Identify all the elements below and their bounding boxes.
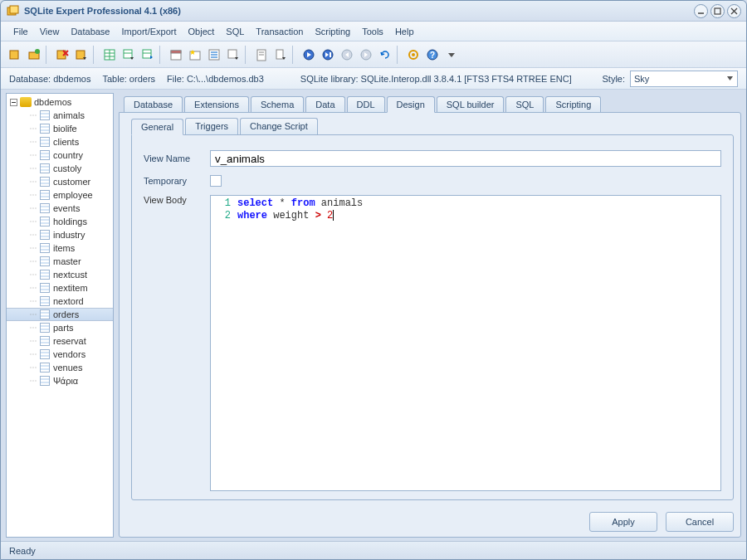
tree-dots-icon bbox=[27, 194, 37, 196]
svg-rect-6 bbox=[10, 51, 18, 59]
tool-help-dropdown-icon[interactable] bbox=[442, 46, 461, 64]
chevron-down-icon bbox=[726, 75, 734, 82]
tree-item-parts[interactable]: parts bbox=[7, 321, 113, 334]
view-name-input[interactable] bbox=[210, 150, 721, 167]
menu-view[interactable]: View bbox=[34, 24, 66, 39]
tool-run-step-icon[interactable] bbox=[319, 46, 337, 64]
tree-item-customer[interactable]: customer bbox=[7, 175, 113, 188]
tree-item-items[interactable]: items bbox=[7, 241, 113, 255]
cancel-button[interactable]: Cancel bbox=[666, 512, 734, 532]
minimize-button[interactable] bbox=[694, 4, 708, 18]
tree-item-master[interactable]: master bbox=[7, 255, 113, 268]
style-dropdown[interactable]: Sky bbox=[630, 71, 738, 87]
tool-star-calendar-icon[interactable] bbox=[186, 46, 204, 64]
subtab-general[interactable]: General bbox=[131, 119, 183, 135]
menu-import-export[interactable]: Import/Export bbox=[115, 24, 182, 39]
tree-dots-icon bbox=[27, 380, 37, 382]
statusbar: Ready bbox=[1, 541, 746, 559]
tree-item-nextord[interactable]: nextord bbox=[7, 295, 113, 308]
design-subtabs: GeneralTriggersChange Script bbox=[120, 113, 740, 134]
tree-item-orders[interactable]: orders bbox=[7, 308, 113, 321]
db-tree[interactable]: dbdemos animalsbiolifeclientscountrycust… bbox=[6, 93, 114, 538]
tree-item-nextcust[interactable]: nextcust bbox=[7, 268, 113, 281]
apply-button[interactable]: Apply bbox=[589, 512, 657, 532]
tree-dots-icon bbox=[27, 247, 37, 249]
tool-table-down-icon[interactable] bbox=[120, 46, 138, 64]
tree-dots-icon bbox=[27, 221, 37, 222]
tool-help-icon[interactable]: ? bbox=[423, 46, 442, 64]
svg-rect-35 bbox=[330, 52, 331, 57]
tool-refresh-icon[interactable] bbox=[376, 46, 394, 64]
tree-item-employee[interactable]: employee bbox=[7, 188, 113, 202]
menu-transaction[interactable]: Transaction bbox=[250, 24, 309, 39]
tab-data[interactable]: Data bbox=[305, 96, 344, 112]
tree-item-reservat[interactable]: reservat bbox=[7, 334, 113, 348]
tree-item-clients[interactable]: clients bbox=[7, 135, 113, 149]
tool-new-db-icon[interactable] bbox=[6, 46, 24, 64]
tab-ddl[interactable]: DDL bbox=[347, 96, 385, 112]
close-button[interactable] bbox=[727, 4, 741, 18]
tool-remove-db-icon[interactable] bbox=[53, 46, 71, 64]
tool-calendar-icon[interactable] bbox=[167, 46, 185, 64]
tab-design[interactable]: Design bbox=[387, 96, 435, 113]
tool-open-db-icon[interactable] bbox=[25, 46, 43, 64]
temporary-label: Temporary bbox=[144, 176, 210, 186]
svg-rect-22 bbox=[171, 51, 181, 53]
tree-dots-icon bbox=[27, 141, 37, 143]
maximize-button[interactable] bbox=[710, 4, 725, 18]
tab-database[interactable]: Database bbox=[124, 96, 183, 112]
tree-collapse-icon[interactable] bbox=[10, 99, 17, 106]
tree-item-country[interactable]: country bbox=[7, 149, 113, 162]
tool-next-icon[interactable] bbox=[357, 46, 375, 64]
tree-item-animals[interactable]: animals bbox=[7, 109, 113, 122]
tool-db-dropdown-icon[interactable] bbox=[72, 46, 90, 64]
tab-sql[interactable]: SQL bbox=[505, 96, 544, 112]
tree-item-Ψάρια[interactable]: Ψάρια bbox=[7, 374, 113, 387]
sql-editor[interactable]: 12 select * from animals where weight > … bbox=[210, 195, 721, 491]
menu-database[interactable]: Database bbox=[65, 24, 115, 39]
menu-help[interactable]: Help bbox=[389, 24, 420, 39]
tree-dots-icon bbox=[27, 207, 37, 209]
tree-dots-icon bbox=[27, 114, 37, 116]
tool-properties-icon[interactable] bbox=[205, 46, 223, 64]
tree-item-label: nextord bbox=[53, 296, 84, 306]
tool-properties-dropdown-icon[interactable] bbox=[224, 46, 242, 64]
tree-item-label: animals bbox=[53, 110, 85, 120]
tree-item-vendors[interactable]: vendors bbox=[7, 348, 113, 361]
tree-item-venues[interactable]: venues bbox=[7, 361, 113, 374]
tool-script-icon[interactable] bbox=[252, 46, 271, 64]
tree-item-label: items bbox=[53, 243, 75, 253]
tree-dots-icon bbox=[27, 353, 37, 355]
tool-gear-icon[interactable] bbox=[404, 46, 422, 64]
subtab-triggers[interactable]: Triggers bbox=[185, 118, 238, 134]
tree-item-nextitem[interactable]: nextitem bbox=[7, 281, 113, 295]
tree-item-label: industry bbox=[53, 230, 85, 240]
menu-object[interactable]: Object bbox=[183, 24, 221, 39]
tab-schema[interactable]: Schema bbox=[251, 96, 304, 112]
temporary-checkbox[interactable] bbox=[210, 175, 222, 187]
tree-item-events[interactable]: events bbox=[7, 202, 113, 215]
table-icon bbox=[40, 376, 50, 386]
tool-table-icon[interactable] bbox=[100, 46, 119, 64]
subtab-change-script[interactable]: Change Script bbox=[240, 118, 318, 134]
tool-run-icon[interactable] bbox=[300, 46, 318, 64]
tree-dots-icon bbox=[27, 168, 37, 169]
code-area[interactable]: select * from animals where weight > 2 bbox=[236, 196, 720, 490]
menu-file[interactable]: File bbox=[7, 24, 34, 39]
menu-scripting[interactable]: Scripting bbox=[309, 24, 356, 39]
menu-tools[interactable]: Tools bbox=[356, 24, 389, 39]
tool-table-right-icon[interactable] bbox=[139, 46, 157, 64]
tree-item-biolife[interactable]: biolife bbox=[7, 122, 113, 135]
tab-extensions[interactable]: Extensions bbox=[184, 96, 249, 112]
tab-sql-builder[interactable]: SQL builder bbox=[437, 96, 505, 112]
tool-prev-icon[interactable] bbox=[338, 46, 356, 64]
toolbar: ? bbox=[1, 41, 746, 68]
menu-sql[interactable]: SQL bbox=[220, 24, 250, 39]
tree-item-label: holdings bbox=[53, 217, 87, 226]
tree-item-holdings[interactable]: holdings bbox=[7, 215, 113, 228]
tree-root[interactable]: dbdemos bbox=[7, 95, 113, 109]
tree-item-industry[interactable]: industry bbox=[7, 228, 113, 241]
tree-item-custoly[interactable]: custoly bbox=[7, 162, 113, 175]
tool-script-dropdown-icon[interactable] bbox=[271, 46, 290, 64]
tab-scripting[interactable]: Scripting bbox=[545, 96, 601, 112]
